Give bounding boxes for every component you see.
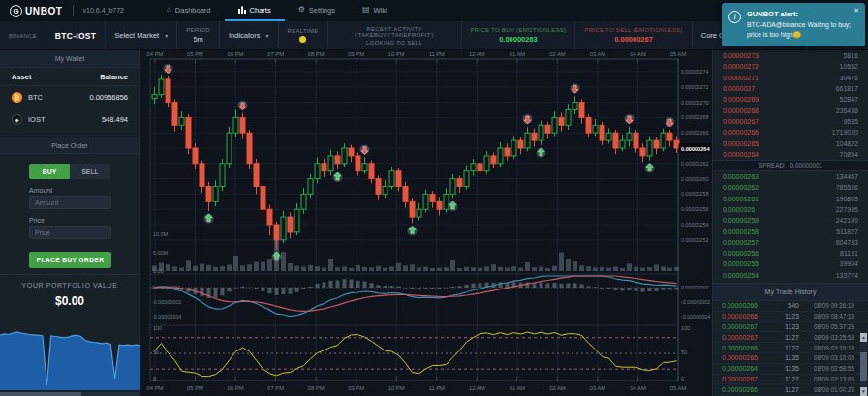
orderbook-ask-row[interactable]: 0.00000268 235438 [713, 105, 868, 115]
gunbot-logo-icon: G [10, 5, 22, 17]
orderbook-bid-row[interactable]: 0.00000263 134467 [713, 171, 868, 182]
price-field[interactable] [29, 226, 111, 239]
asset-balance: 0.00956856 [89, 93, 128, 102]
orderbook-bid-row[interactable]: 0.00000259 242149 [713, 215, 868, 226]
toast-title: GUNBOT alert: [747, 10, 856, 18]
order-amount: 133774 [836, 272, 858, 279]
svg-text:04 AM: 04 AM [630, 51, 646, 57]
order-price: 0.00000259 [723, 217, 759, 224]
trade-amount: 1127 [772, 376, 799, 382]
gear-icon: ⚙ [298, 6, 305, 14]
place-order-title: Place Order [0, 137, 140, 154]
price-chart[interactable]: 04 PM04 PM05 PM05 PM06 PM06 PM07 PM07 PM… [140, 50, 712, 396]
trade-history-row: 0.00000266 1127 08/09 01:00:23 [713, 384, 868, 395]
trade-amount: 540 [772, 302, 799, 309]
orderbook-bid-row[interactable]: 0.00000255 39904 [713, 259, 868, 269]
orderbook-bid-row[interactable]: 0.00000254 133774 [713, 270, 868, 281]
asset-balance: 548.494 [102, 115, 128, 124]
order-price: 0.00000273 [723, 52, 759, 59]
place-buy-order-button[interactable]: PLACE BUY ORDER [29, 252, 111, 268]
orderbook-ask-row[interactable]: 0.00000266 1719020 [713, 127, 868, 137]
portfolio-title: YOUR PORTFOLIO VALUE [0, 282, 140, 289]
exchange-label: BINANCE [0, 21, 46, 49]
trade-price: 0.00000265 [722, 354, 772, 361]
trade-time: 08/09 08:47:18 [799, 313, 854, 320]
wallet-rows: ₿ BTC 0.00956856 ◈ IOST 548.494 [0, 86, 140, 131]
period-value: 5m [193, 35, 202, 44]
sidebar-horizontal-scrollbar[interactable] [0, 392, 140, 396]
order-price: 0.00000261 [723, 196, 759, 202]
svg-text:09 PM: 09 PM [348, 385, 364, 391]
order-amount: 39904 [840, 260, 858, 267]
trade-history-row: 0.00000266 1127 08/09 03:10:18 [713, 343, 868, 353]
scroll-up-icon[interactable]: ▲ [860, 333, 867, 342]
amount-field[interactable] [29, 196, 111, 209]
orderbook-ask-row[interactable]: 0.00000269 52847 [713, 94, 868, 105]
svg-text:0.00000252: 0.00000252 [681, 237, 708, 243]
svg-text:0.00000270: 0.00000270 [681, 100, 708, 106]
wallet-row: ◈ IOST 548.494 [0, 108, 140, 131]
scrollbar-thumb[interactable] [860, 352, 867, 381]
order-amount: 1719020 [832, 129, 858, 136]
gunbot-app: G UNBOT v10.6.4_b772 ⌂ Dashboard Charts … [0, 0, 868, 396]
svg-text:0.00000264: 0.00000264 [681, 146, 710, 152]
scrollbar-thumb[interactable] [0, 392, 81, 396]
svg-text:0.00000266: 0.00000266 [681, 130, 708, 136]
orderbook-ask-row[interactable]: 0.00000265 104822 [713, 137, 868, 148]
orderbook-ask-row[interactable]: 0.00000272 10552 [713, 61, 868, 72]
trade-history-row: 0.00000267 1127 08/09 03:25:58 [713, 332, 868, 343]
order-amount: 785526 [836, 184, 858, 191]
order-price: 0.00000265 [723, 140, 759, 147]
orderbook-ask-row[interactable]: 0.00000271 30476 [713, 73, 868, 83]
order-price: 0.00000268 [723, 107, 759, 114]
order-amount: 196803 [836, 196, 858, 202]
nav-item-wiki[interactable]: ▤ Wiki [349, 0, 401, 21]
orderbook-bid-row[interactable]: 0.00000262 785526 [713, 182, 868, 193]
svg-text:0.00000260: 0.00000260 [681, 176, 708, 182]
svg-text:07 PM: 07 PM [267, 51, 284, 57]
orderbook-ask-row[interactable]: 0.00000273 5816 [713, 50, 868, 61]
trade-amount: 1135 [772, 354, 799, 361]
gunbot-logo[interactable]: G UNBOT [10, 5, 63, 17]
trade-price: 0.00000266 [722, 345, 772, 351]
order-amount: 134467 [836, 173, 858, 180]
svg-text:04 AM: 04 AM [630, 385, 646, 391]
sell-tab[interactable]: SELL [70, 164, 110, 179]
wallet-header-row: Asset Balance [0, 68, 140, 86]
chevron-down-icon: ▾ [266, 32, 269, 39]
wallet-title: My Wallet [0, 50, 140, 68]
orderbook-bid-row[interactable]: 0.0000026 227995 [713, 204, 868, 215]
period-selector[interactable]: PERIOD 5m [177, 21, 220, 49]
scroll-down-icon[interactable]: ▼ [860, 387, 867, 396]
buy-tab[interactable]: BUY [29, 164, 70, 179]
select-market-dropdown[interactable]: Select Market ▾ [106, 21, 177, 49]
orderbook-bid-row[interactable]: 0.00000257 804733 [713, 237, 868, 248]
svg-text:06 PM: 06 PM [228, 385, 244, 391]
svg-text:03 AM: 03 AM [590, 385, 606, 391]
orderbook-ask-row[interactable]: 0.00000264 70894 [713, 149, 868, 160]
trade-price: 0.00000264 [722, 365, 772, 372]
svg-text:04 PM: 04 PM [147, 51, 164, 57]
nav-item-charts[interactable]: Charts [225, 0, 285, 21]
wallet-row: ₿ BTC 0.00956856 [0, 86, 140, 108]
app-version: v10.6.4_b772 [73, 5, 124, 16]
orderbook-bid-row[interactable]: 0.00000256 81131 [713, 248, 868, 259]
order-side-toggle: BUY SELL [29, 164, 110, 179]
nav-item-dashboard[interactable]: ⌂ Dashboard [153, 0, 225, 21]
orderbook-ask-row[interactable]: 0.0000027 661817 [713, 83, 868, 94]
orderbook-ask-row[interactable]: 0.00000267 9535 [713, 116, 868, 127]
svg-text:0.00000000: 0.00000000 [681, 285, 708, 290]
asset-name: IOST [28, 115, 46, 124]
svg-text:05 PM: 05 PM [187, 51, 203, 57]
trade-time: 08/09 03:25:58 [799, 334, 854, 341]
order-price: 0.00000254 [723, 272, 759, 279]
indicators-dropdown[interactable]: Indicators ▾ [220, 21, 279, 49]
close-icon[interactable]: ✕ [853, 7, 859, 15]
orderbook-bid-row[interactable]: 0.00000261 196803 [713, 194, 868, 204]
nav-label-charts: Charts [250, 6, 271, 15]
orderbook-bid-row[interactable]: 0.00000258 511827 [713, 226, 868, 236]
svg-text:100: 100 [681, 325, 690, 331]
svg-text:06 PM: 06 PM [228, 51, 244, 57]
nav-item-settings[interactable]: ⚙ Settings [285, 0, 349, 21]
trade-amount: 1123 [772, 313, 799, 320]
